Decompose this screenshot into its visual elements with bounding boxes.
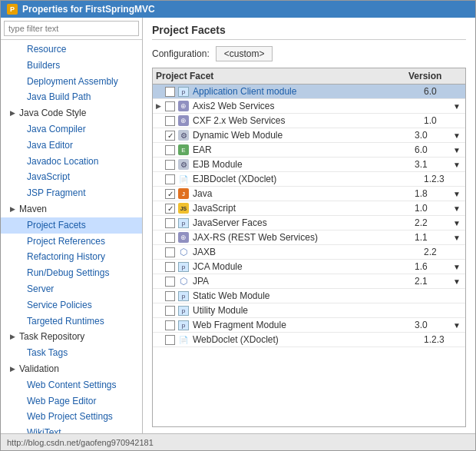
version-dropdown-arrow[interactable]: ▼ xyxy=(453,204,462,213)
facet-row[interactable]: ✓⚙Dynamic Web Module3.0▼ xyxy=(153,128,465,143)
tree-item-java-compiler[interactable]: Java Compiler xyxy=(1,121,142,138)
tree-item-javadoc-location[interactable]: Javadoc Location xyxy=(1,154,142,170)
facet-checkbox[interactable] xyxy=(165,291,175,301)
tree-item-label: Java Compiler xyxy=(27,123,86,136)
facet-checkbox[interactable] xyxy=(165,174,175,184)
version-dropdown-arrow[interactable]: ▼ xyxy=(453,219,462,227)
facet-row[interactable]: ⊕CXF 2.x Web Services1.0 xyxy=(153,114,465,128)
tree-item-label: JSP Fragment xyxy=(27,187,85,200)
facet-checkbox[interactable] xyxy=(165,101,175,111)
tree-item-deployment-assembly[interactable]: Deployment Assembly xyxy=(1,74,142,90)
version-dropdown-arrow[interactable]: ▼ xyxy=(453,321,462,330)
tree-item-label: Builders xyxy=(27,59,60,72)
tree-item-web-page-editor[interactable]: Web Page Editor xyxy=(1,393,142,410)
facet-checkbox[interactable] xyxy=(165,145,175,155)
facet-row[interactable]: 📄WebDoclet (XDoclet)1.2.3 xyxy=(153,333,465,347)
facet-row[interactable]: ⚙EJB Module3.1▼ xyxy=(153,158,465,172)
facet-checkbox[interactable] xyxy=(165,247,175,257)
facet-version: 3.0 xyxy=(415,130,453,141)
title-icon: P xyxy=(7,4,18,15)
version-dropdown-arrow[interactable]: ▼ xyxy=(453,161,462,169)
tree-item-builders[interactable]: Builders xyxy=(1,58,142,74)
tree-item-maven[interactable]: ▶Maven xyxy=(1,201,142,217)
facet-row[interactable]: EEAR6.0▼ xyxy=(153,143,465,158)
facet-name: JAXB xyxy=(193,247,424,257)
tree-item-service-policies[interactable]: Service Policies xyxy=(1,297,142,313)
facet-checkbox[interactable]: ✓ xyxy=(165,131,175,141)
tree-item-task-repository[interactable]: ▶Task Repository xyxy=(1,329,142,345)
facet-row[interactable]: ✓JJava1.8▼ xyxy=(153,187,465,201)
panel-title: Project Facets xyxy=(152,24,466,40)
tree-item-run/debug-settings[interactable]: Run/Debug Settings xyxy=(1,265,142,281)
facet-version: 1.0 xyxy=(415,203,453,214)
facet-row[interactable]: 📄EJBDoclet (XDoclet)1.2.3 xyxy=(153,172,465,187)
tree-item-label: Service Policies xyxy=(27,299,92,312)
expand-btn[interactable]: ▶ xyxy=(156,102,164,110)
facet-row[interactable]: ⬡JPA2.1▼ xyxy=(153,274,465,289)
facet-row[interactable]: ⊕JAX-RS (REST Web Services)1.1▼ xyxy=(153,230,465,245)
version-dropdown-arrow[interactable]: ▼ xyxy=(453,234,462,242)
version-dropdown-arrow[interactable]: ▼ xyxy=(453,102,462,111)
tree-item-wikitext[interactable]: WikiText xyxy=(1,425,142,433)
tree-item-javascript[interactable]: JavaScript xyxy=(1,169,142,185)
tree-item-label: Refactoring History xyxy=(27,250,105,264)
tree-item-targeted-runtimes[interactable]: Targeted Runtimes xyxy=(1,313,142,330)
tree-item-web-content-settings[interactable]: Web Content Settings xyxy=(1,377,142,393)
facet-name: Java xyxy=(193,188,415,199)
version-dropdown-arrow[interactable]: ▼ xyxy=(453,146,462,154)
tree-item-validation[interactable]: ▶Validation xyxy=(1,361,142,377)
tree-item-java-editor[interactable]: Java Editor xyxy=(1,138,142,154)
facet-icon: 📄 xyxy=(177,334,190,345)
tree-item-server[interactable]: Server xyxy=(1,281,142,297)
facet-row[interactable]: pJavaServer Faces2.2▼ xyxy=(153,216,465,230)
facet-checkbox[interactable] xyxy=(165,233,175,243)
tree-item-project-references[interactable]: Project References xyxy=(1,234,142,250)
facet-checkbox[interactable]: ✓ xyxy=(165,189,175,199)
tree-item-jsp-fragment[interactable]: JSP Fragment xyxy=(1,185,142,201)
tree-item-resource[interactable]: Resource xyxy=(1,41,142,58)
footer-url: http://blog.csdn.net/gaofeng970942181 xyxy=(7,438,154,447)
facet-row[interactable]: ⬡JAXB2.2 xyxy=(153,245,465,260)
version-dropdown-arrow[interactable]: ▼ xyxy=(453,263,462,271)
facet-checkbox[interactable] xyxy=(165,116,175,126)
version-dropdown-arrow[interactable]: ▼ xyxy=(453,190,462,198)
facet-row[interactable]: pJCA Module1.6▼ xyxy=(153,260,465,274)
facet-checkbox[interactable] xyxy=(165,262,175,272)
facet-row[interactable]: pApplication Client module6.0 xyxy=(153,85,465,99)
facet-version: 1.0 xyxy=(424,115,462,126)
facet-row[interactable]: ▶⊕Axis2 Web Services▼ xyxy=(153,99,465,114)
facet-version: 1.1 xyxy=(415,232,453,243)
facet-checkbox[interactable] xyxy=(165,87,175,97)
version-dropdown-arrow[interactable]: ▼ xyxy=(453,277,462,286)
tree-item-web-project-settings[interactable]: Web Project Settings xyxy=(1,409,142,425)
tree-item-refactoring-history[interactable]: Refactoring History xyxy=(1,249,142,265)
tree-item-label: Task Tags xyxy=(27,347,68,360)
tree-item-label: JavaScript xyxy=(27,171,70,184)
facet-icon: 📄 xyxy=(177,174,190,184)
facet-version: 6.0 xyxy=(415,144,453,155)
facet-checkbox[interactable] xyxy=(165,160,175,170)
tree-item-task-tags[interactable]: Task Tags xyxy=(1,345,142,361)
tree-item-label: Server xyxy=(27,283,54,296)
properties-window: P Properties for FirstSpringMVC Resource… xyxy=(0,0,476,451)
config-row: Configuration: <custom> xyxy=(152,46,466,61)
facet-row[interactable]: ✓JSJavaScript1.0▼ xyxy=(153,201,465,216)
facet-checkbox[interactable]: ✓ xyxy=(165,204,175,214)
search-input[interactable] xyxy=(4,21,139,36)
tree-item-project-facets[interactable]: Project Facets xyxy=(1,217,142,234)
search-box xyxy=(1,18,142,40)
facet-row[interactable]: pStatic Web Module xyxy=(153,289,465,303)
facet-checkbox[interactable] xyxy=(165,320,175,330)
tree-item-label: Maven xyxy=(19,203,47,216)
facet-checkbox[interactable] xyxy=(165,218,175,228)
tree-item-java-code-style[interactable]: ▶Java Code Style xyxy=(1,105,142,121)
facet-version: 2.2 xyxy=(415,217,453,228)
facet-row[interactable]: pWeb Fragment Module3.0▼ xyxy=(153,318,465,333)
tree-item-java-build-path[interactable]: Java Build Path xyxy=(1,89,142,105)
facet-checkbox[interactable] xyxy=(165,306,175,316)
facet-row[interactable]: pUtility Module xyxy=(153,303,465,318)
version-dropdown-arrow[interactable]: ▼ xyxy=(453,131,462,140)
left-panel: Resource Builders Deployment Assembly Ja… xyxy=(1,18,143,433)
facet-checkbox[interactable] xyxy=(165,277,175,287)
facet-checkbox[interactable] xyxy=(165,335,175,345)
